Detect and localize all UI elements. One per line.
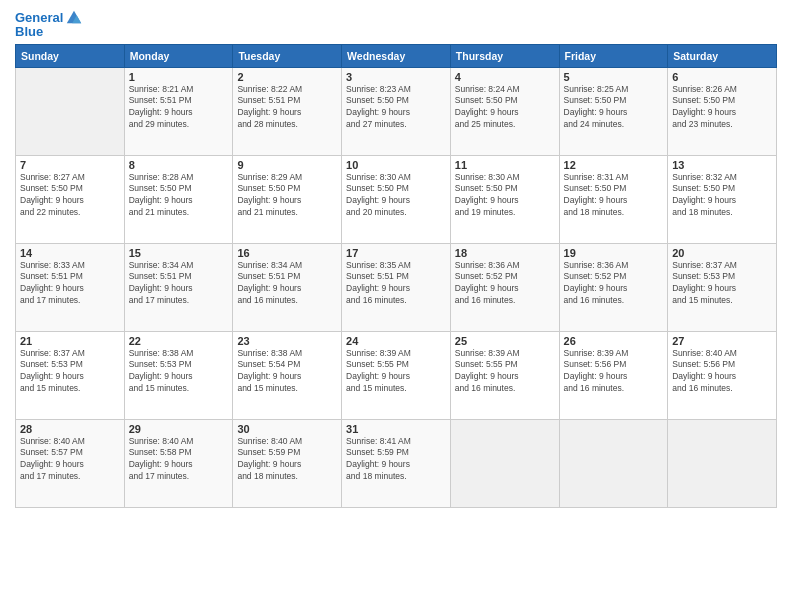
day-info: Sunrise: 8:39 AMSunset: 5:56 PMDaylight:… bbox=[564, 348, 664, 396]
day-cell bbox=[559, 419, 668, 507]
day-cell: 28Sunrise: 8:40 AMSunset: 5:57 PMDayligh… bbox=[16, 419, 125, 507]
day-number: 26 bbox=[564, 335, 664, 347]
day-info: Sunrise: 8:35 AMSunset: 5:51 PMDaylight:… bbox=[346, 260, 446, 308]
day-info: Sunrise: 8:40 AMSunset: 5:57 PMDaylight:… bbox=[20, 436, 120, 484]
week-row-5: 28Sunrise: 8:40 AMSunset: 5:57 PMDayligh… bbox=[16, 419, 777, 507]
day-info: Sunrise: 8:30 AMSunset: 5:50 PMDaylight:… bbox=[346, 172, 446, 220]
day-info: Sunrise: 8:29 AMSunset: 5:50 PMDaylight:… bbox=[237, 172, 337, 220]
day-cell: 27Sunrise: 8:40 AMSunset: 5:56 PMDayligh… bbox=[668, 331, 777, 419]
day-number: 20 bbox=[672, 247, 772, 259]
weekday-header-friday: Friday bbox=[559, 44, 668, 67]
day-info: Sunrise: 8:41 AMSunset: 5:59 PMDaylight:… bbox=[346, 436, 446, 484]
day-number: 7 bbox=[20, 159, 120, 171]
day-cell: 24Sunrise: 8:39 AMSunset: 5:55 PMDayligh… bbox=[342, 331, 451, 419]
day-cell: 29Sunrise: 8:40 AMSunset: 5:58 PMDayligh… bbox=[124, 419, 233, 507]
day-cell: 25Sunrise: 8:39 AMSunset: 5:55 PMDayligh… bbox=[450, 331, 559, 419]
logo-text-blue: Blue bbox=[15, 24, 43, 40]
day-cell bbox=[16, 67, 125, 155]
day-info: Sunrise: 8:37 AMSunset: 5:53 PMDaylight:… bbox=[672, 260, 772, 308]
day-info: Sunrise: 8:39 AMSunset: 5:55 PMDaylight:… bbox=[455, 348, 555, 396]
day-cell bbox=[668, 419, 777, 507]
day-cell: 19Sunrise: 8:36 AMSunset: 5:52 PMDayligh… bbox=[559, 243, 668, 331]
day-info: Sunrise: 8:28 AMSunset: 5:50 PMDaylight:… bbox=[129, 172, 229, 220]
day-number: 10 bbox=[346, 159, 446, 171]
day-number: 12 bbox=[564, 159, 664, 171]
weekday-header-saturday: Saturday bbox=[668, 44, 777, 67]
day-number: 21 bbox=[20, 335, 120, 347]
day-info: Sunrise: 8:40 AMSunset: 5:59 PMDaylight:… bbox=[237, 436, 337, 484]
day-info: Sunrise: 8:26 AMSunset: 5:50 PMDaylight:… bbox=[672, 84, 772, 132]
day-number: 5 bbox=[564, 71, 664, 83]
day-cell: 13Sunrise: 8:32 AMSunset: 5:50 PMDayligh… bbox=[668, 155, 777, 243]
day-number: 11 bbox=[455, 159, 555, 171]
day-cell: 22Sunrise: 8:38 AMSunset: 5:53 PMDayligh… bbox=[124, 331, 233, 419]
day-info: Sunrise: 8:34 AMSunset: 5:51 PMDaylight:… bbox=[129, 260, 229, 308]
day-number: 29 bbox=[129, 423, 229, 435]
day-cell: 11Sunrise: 8:30 AMSunset: 5:50 PMDayligh… bbox=[450, 155, 559, 243]
day-cell bbox=[450, 419, 559, 507]
day-cell: 4Sunrise: 8:24 AMSunset: 5:50 PMDaylight… bbox=[450, 67, 559, 155]
week-row-2: 7Sunrise: 8:27 AMSunset: 5:50 PMDaylight… bbox=[16, 155, 777, 243]
day-cell: 10Sunrise: 8:30 AMSunset: 5:50 PMDayligh… bbox=[342, 155, 451, 243]
day-cell: 5Sunrise: 8:25 AMSunset: 5:50 PMDaylight… bbox=[559, 67, 668, 155]
week-row-4: 21Sunrise: 8:37 AMSunset: 5:53 PMDayligh… bbox=[16, 331, 777, 419]
day-number: 23 bbox=[237, 335, 337, 347]
week-row-1: 1Sunrise: 8:21 AMSunset: 5:51 PMDaylight… bbox=[16, 67, 777, 155]
day-info: Sunrise: 8:24 AMSunset: 5:50 PMDaylight:… bbox=[455, 84, 555, 132]
calendar-table: SundayMondayTuesdayWednesdayThursdayFrid… bbox=[15, 44, 777, 508]
day-cell: 26Sunrise: 8:39 AMSunset: 5:56 PMDayligh… bbox=[559, 331, 668, 419]
weekday-header-wednesday: Wednesday bbox=[342, 44, 451, 67]
day-info: Sunrise: 8:40 AMSunset: 5:58 PMDaylight:… bbox=[129, 436, 229, 484]
day-info: Sunrise: 8:21 AMSunset: 5:51 PMDaylight:… bbox=[129, 84, 229, 132]
day-number: 28 bbox=[20, 423, 120, 435]
day-cell: 9Sunrise: 8:29 AMSunset: 5:50 PMDaylight… bbox=[233, 155, 342, 243]
day-cell: 30Sunrise: 8:40 AMSunset: 5:59 PMDayligh… bbox=[233, 419, 342, 507]
day-number: 19 bbox=[564, 247, 664, 259]
day-cell: 3Sunrise: 8:23 AMSunset: 5:50 PMDaylight… bbox=[342, 67, 451, 155]
day-number: 16 bbox=[237, 247, 337, 259]
day-number: 4 bbox=[455, 71, 555, 83]
day-info: Sunrise: 8:25 AMSunset: 5:50 PMDaylight:… bbox=[564, 84, 664, 132]
page-header: General Blue bbox=[15, 10, 777, 40]
day-info: Sunrise: 8:33 AMSunset: 5:51 PMDaylight:… bbox=[20, 260, 120, 308]
day-info: Sunrise: 8:31 AMSunset: 5:50 PMDaylight:… bbox=[564, 172, 664, 220]
day-number: 2 bbox=[237, 71, 337, 83]
day-cell: 15Sunrise: 8:34 AMSunset: 5:51 PMDayligh… bbox=[124, 243, 233, 331]
day-cell: 14Sunrise: 8:33 AMSunset: 5:51 PMDayligh… bbox=[16, 243, 125, 331]
day-cell: 20Sunrise: 8:37 AMSunset: 5:53 PMDayligh… bbox=[668, 243, 777, 331]
day-number: 14 bbox=[20, 247, 120, 259]
day-info: Sunrise: 8:40 AMSunset: 5:56 PMDaylight:… bbox=[672, 348, 772, 396]
logo: General Blue bbox=[15, 10, 83, 40]
weekday-header-thursday: Thursday bbox=[450, 44, 559, 67]
day-info: Sunrise: 8:23 AMSunset: 5:50 PMDaylight:… bbox=[346, 84, 446, 132]
day-number: 18 bbox=[455, 247, 555, 259]
day-cell: 31Sunrise: 8:41 AMSunset: 5:59 PMDayligh… bbox=[342, 419, 451, 507]
weekday-header-monday: Monday bbox=[124, 44, 233, 67]
day-number: 25 bbox=[455, 335, 555, 347]
day-info: Sunrise: 8:32 AMSunset: 5:50 PMDaylight:… bbox=[672, 172, 772, 220]
logo-icon bbox=[65, 8, 83, 26]
day-number: 17 bbox=[346, 247, 446, 259]
day-cell: 21Sunrise: 8:37 AMSunset: 5:53 PMDayligh… bbox=[16, 331, 125, 419]
day-number: 8 bbox=[129, 159, 229, 171]
day-cell: 12Sunrise: 8:31 AMSunset: 5:50 PMDayligh… bbox=[559, 155, 668, 243]
day-number: 31 bbox=[346, 423, 446, 435]
day-number: 3 bbox=[346, 71, 446, 83]
day-number: 15 bbox=[129, 247, 229, 259]
day-cell: 2Sunrise: 8:22 AMSunset: 5:51 PMDaylight… bbox=[233, 67, 342, 155]
week-row-3: 14Sunrise: 8:33 AMSunset: 5:51 PMDayligh… bbox=[16, 243, 777, 331]
day-info: Sunrise: 8:36 AMSunset: 5:52 PMDaylight:… bbox=[455, 260, 555, 308]
day-cell: 1Sunrise: 8:21 AMSunset: 5:51 PMDaylight… bbox=[124, 67, 233, 155]
day-info: Sunrise: 8:22 AMSunset: 5:51 PMDaylight:… bbox=[237, 84, 337, 132]
weekday-header-sunday: Sunday bbox=[16, 44, 125, 67]
day-cell: 6Sunrise: 8:26 AMSunset: 5:50 PMDaylight… bbox=[668, 67, 777, 155]
day-cell: 23Sunrise: 8:38 AMSunset: 5:54 PMDayligh… bbox=[233, 331, 342, 419]
day-number: 30 bbox=[237, 423, 337, 435]
weekday-header-row: SundayMondayTuesdayWednesdayThursdayFrid… bbox=[16, 44, 777, 67]
day-info: Sunrise: 8:30 AMSunset: 5:50 PMDaylight:… bbox=[455, 172, 555, 220]
day-info: Sunrise: 8:27 AMSunset: 5:50 PMDaylight:… bbox=[20, 172, 120, 220]
weekday-header-tuesday: Tuesday bbox=[233, 44, 342, 67]
day-number: 13 bbox=[672, 159, 772, 171]
day-info: Sunrise: 8:34 AMSunset: 5:51 PMDaylight:… bbox=[237, 260, 337, 308]
day-info: Sunrise: 8:39 AMSunset: 5:55 PMDaylight:… bbox=[346, 348, 446, 396]
